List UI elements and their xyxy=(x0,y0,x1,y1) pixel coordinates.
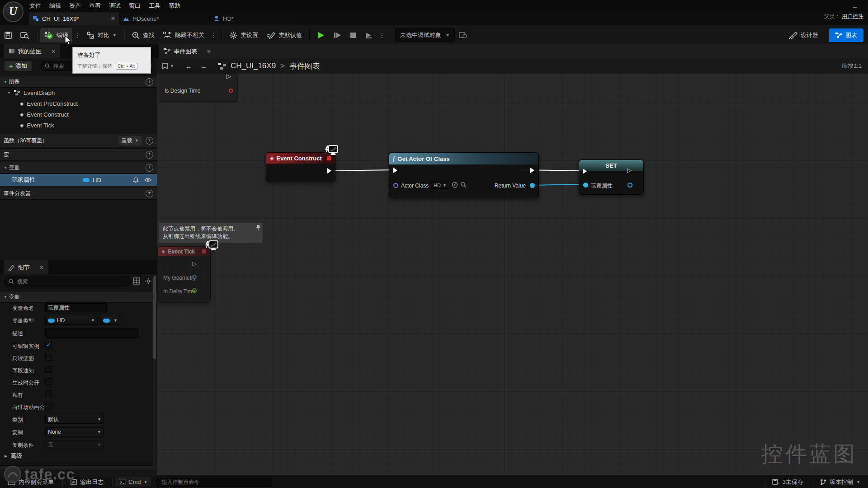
save-button[interactable] xyxy=(0,28,16,42)
node-header[interactable]: f Get Actor Of Class xyxy=(389,153,538,164)
tab-close-icon[interactable]: ✕ xyxy=(111,15,115,22)
override-dropdown[interactable]: 重载 ▼ xyxy=(118,136,142,145)
eject-button[interactable] xyxy=(361,28,377,42)
exec-pin-out-icon[interactable] xyxy=(327,168,331,174)
category-dropdown[interactable]: 默认 ▼ xyxy=(45,415,104,424)
expose-on-spawn-checkbox[interactable] xyxy=(45,378,52,385)
private-checkbox[interactable] xyxy=(45,390,52,397)
exec-pin-out-icon[interactable]: ▷ xyxy=(226,73,231,79)
node-fragment-is-design-time[interactable]: ▷ Is Design Time xyxy=(159,69,238,102)
details-search-input[interactable] xyxy=(16,278,127,285)
node-header[interactable]: ◈ Event Tick xyxy=(158,247,210,256)
error-pin-icon[interactable] xyxy=(229,89,233,93)
menu-file[interactable]: 文件 xyxy=(25,0,45,12)
player-attr-pin-icon[interactable] xyxy=(583,183,588,188)
exec-pin-in-icon[interactable] xyxy=(393,168,397,173)
actor-class-pin-icon[interactable] xyxy=(393,183,398,188)
use-selected-icon[interactable] xyxy=(452,182,458,188)
add-macro-icon[interactable]: + xyxy=(146,151,153,159)
find-button[interactable]: 查找 xyxy=(127,28,159,42)
bookmark-icon[interactable] xyxy=(161,62,169,70)
window-maximize-icon[interactable]: ▢ xyxy=(863,2,868,10)
delta-pin-icon[interactable] xyxy=(192,288,197,293)
bell-icon[interactable] xyxy=(133,177,139,183)
section-dispatchers[interactable]: 事件分发器 + xyxy=(0,187,157,200)
stop-button[interactable] xyxy=(345,28,361,42)
unsaved-button[interactable]: * 3未保存 xyxy=(767,475,808,488)
menu-window[interactable]: 窗口 xyxy=(125,0,145,12)
tab-ch-ui-16x9[interactable]: CH_UI_16X9* ✕ xyxy=(29,12,119,25)
node-event-construct[interactable]: ◈ Event Construct xyxy=(266,152,335,182)
details-scrollbar[interactable] xyxy=(153,276,156,470)
browse-icon[interactable] xyxy=(460,182,467,188)
description-input[interactable] xyxy=(45,328,139,338)
variable-name-input[interactable]: 玩家属性 xyxy=(45,303,107,312)
play-options-icon[interactable]: ⋮ xyxy=(377,32,387,39)
class-defaults-button[interactable]: 类默认值 xyxy=(262,28,306,42)
tree-event-preconstruct[interactable]: ◈ Event PreConstruct xyxy=(20,99,78,108)
add-function-icon[interactable]: + xyxy=(146,137,153,145)
tab-my-blueprint[interactable]: 我的蓝图 ✕ xyxy=(4,44,60,58)
play-button[interactable] xyxy=(313,28,329,42)
tab-hd[interactable]: HD* xyxy=(210,12,300,25)
version-control-button[interactable]: 版本控制 ▼ xyxy=(815,475,865,488)
hide-options-icon[interactable]: ⋮ xyxy=(208,32,218,39)
debug-browse-button[interactable] xyxy=(455,28,472,42)
exec-pin-out-icon[interactable]: ▷ xyxy=(627,167,632,173)
output-pin-icon[interactable] xyxy=(627,183,632,188)
node-set-player-attr[interactable]: SET ▷ 玩家属性 xyxy=(579,160,644,195)
menu-debug[interactable]: 调试 xyxy=(105,0,125,12)
add-variable-icon[interactable]: + xyxy=(146,164,153,172)
breadcrumb-leaf[interactable]: 事件图表 xyxy=(289,61,320,71)
class-settings-button[interactable]: 类设置 xyxy=(225,28,262,42)
pushpin-icon[interactable] xyxy=(255,225,261,231)
browse-asset-button[interactable] xyxy=(16,28,33,42)
compile-options-icon[interactable]: ⋮ xyxy=(72,32,82,39)
details-search[interactable] xyxy=(5,277,131,286)
nav-forward-icon[interactable]: → xyxy=(196,62,211,70)
menu-edit[interactable]: 编辑 xyxy=(45,0,65,12)
menu-view[interactable]: 查看 xyxy=(85,0,105,12)
section-macros[interactable]: 宏 + xyxy=(0,148,157,161)
actor-class-value-dropdown[interactable]: HD ▼ xyxy=(431,182,449,189)
frameskip-button[interactable] xyxy=(329,28,345,42)
window-minimize-icon[interactable]: ─ xyxy=(847,2,863,10)
cmd-dropdown[interactable]: Cmd ▼ xyxy=(115,477,151,487)
breadcrumb-root[interactable]: CH_UI_16X9 xyxy=(231,61,276,70)
tab-details[interactable]: 细节 ✕ xyxy=(4,260,48,274)
tab-hdscene[interactable]: HDscene* xyxy=(119,12,210,25)
menu-help[interactable]: 帮助 xyxy=(165,0,184,12)
section-functions[interactable]: 函数（36可覆盖） 重载 ▼ + xyxy=(0,134,157,147)
node-header[interactable]: SET xyxy=(579,160,643,171)
section-variables[interactable]: ▼ 变量 + xyxy=(0,162,157,174)
console-input[interactable] xyxy=(160,479,268,486)
return-value-pin-icon[interactable] xyxy=(530,183,535,188)
add-button[interactable]: + 添加 xyxy=(5,61,32,71)
diff-button[interactable]: 对比 ▼ xyxy=(82,28,121,42)
tree-eventgraph[interactable]: ▼ EventGraph xyxy=(7,88,55,98)
hide-unrelated-button[interactable]: 隐藏不相关 xyxy=(159,28,208,42)
console-input-box[interactable] xyxy=(156,478,272,487)
variable-row-selected[interactable]: 玩家属性 HD xyxy=(0,174,157,186)
tab-close-icon[interactable]: ✕ xyxy=(207,48,211,55)
exec-pin-out-icon[interactable] xyxy=(530,168,534,173)
menu-tools[interactable]: 工具 xyxy=(145,0,165,12)
debug-object-dropdown[interactable]: 未选中调试对象 ▼ xyxy=(395,28,455,42)
tree-event-tick[interactable]: ◈ Event Tick xyxy=(20,120,54,130)
tree-event-construct[interactable]: ◈ Event Construct xyxy=(20,109,69,119)
field-notify-checkbox[interactable] xyxy=(45,366,52,373)
advanced-section-toggle[interactable]: ▶ 高级 xyxy=(5,451,22,461)
node-get-actor-of-class[interactable]: f Get Actor Of Class Actor Class HD ▼ Re… xyxy=(389,152,539,198)
add-graph-icon[interactable]: + xyxy=(146,78,153,86)
variable-type-dropdown[interactable]: HD ▼ xyxy=(45,316,98,325)
nav-back-icon[interactable]: ← xyxy=(181,62,196,70)
breakpoint-icon[interactable] xyxy=(326,156,331,161)
geometry-pin-icon[interactable] xyxy=(192,275,197,279)
expose-to-cinematics-checkbox[interactable] xyxy=(45,403,52,409)
exec-pin-out-icon[interactable]: ▷ xyxy=(192,261,197,267)
instance-editable-checkbox[interactable]: ✓ xyxy=(45,342,52,348)
chevron-down-icon[interactable]: ▼ xyxy=(170,64,174,68)
blueprint-readonly-checkbox[interactable] xyxy=(45,354,52,361)
event-graph-canvas[interactable]: ▷ Is Design Time 事件图表 ✕ ▼ ← → xyxy=(157,44,868,475)
graph-mode-button[interactable]: 图表 xyxy=(829,28,863,42)
